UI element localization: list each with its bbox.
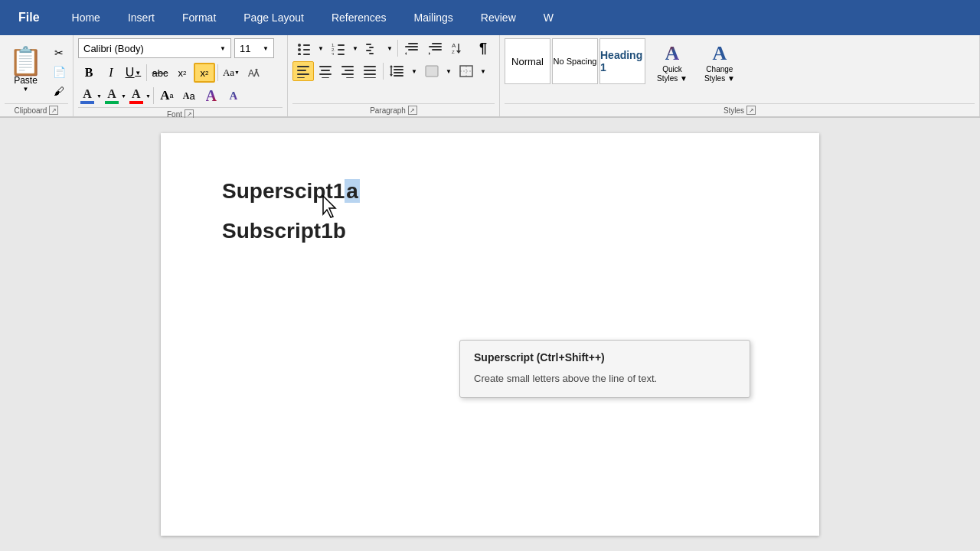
sort-button[interactable]: AZ <box>448 38 471 58</box>
sep-para1 <box>397 40 398 57</box>
numbered-list-button[interactable]: 1.2.3. <box>327 38 350 58</box>
multilevel-btn-group: ▼ <box>361 38 395 58</box>
styles-dialog-launcher[interactable]: ↗ <box>746 106 756 115</box>
copy-button[interactable]: 📄 <box>50 64 68 80</box>
quick-styles-button[interactable]: A QuickStyles ▼ <box>652 38 693 87</box>
menu-insert[interactable]: Insert <box>114 0 168 35</box>
svg-rect-37 <box>319 73 332 75</box>
clipboard-dialog-launcher[interactable]: ↗ <box>49 106 58 115</box>
justify-button[interactable] <box>359 61 381 81</box>
font-color-dropdown[interactable]: ▼ <box>96 93 102 99</box>
sep-para2 <box>383 63 384 80</box>
decrease-indent-button[interactable] <box>400 38 423 58</box>
sort-button-group: AZ <box>448 38 471 58</box>
format-painter-button[interactable]: 🖌 <box>50 83 68 99</box>
line-spacing-button[interactable] <box>386 61 409 81</box>
svg-rect-48 <box>394 69 403 70</box>
change-case-button[interactable]: Aa▼ <box>220 63 242 83</box>
paragraph-label: Paragraph ↗ <box>292 103 495 115</box>
document-area: Superscipt1a Subscript1b Superscript (Ct… <box>0 118 980 551</box>
cut-button[interactable]: ✂ <box>50 44 68 61</box>
menu-references[interactable]: References <box>318 0 400 35</box>
svg-rect-24 <box>429 46 442 47</box>
numbered-btn-group: 1.2.3. ▼ <box>327 38 361 58</box>
menu-format[interactable]: Format <box>168 0 230 35</box>
italic-button[interactable]: I <box>100 63 122 83</box>
svg-marker-52 <box>390 65 393 67</box>
multilevel-dropdown[interactable]: ▼ <box>384 38 395 58</box>
document-page[interactable]: Superscipt1a Subscript1b Superscript (Ct… <box>161 133 819 536</box>
paragraph-dialog-launcher[interactable]: ↗ <box>408 106 417 115</box>
bullets-button[interactable] <box>292 38 315 58</box>
clear-formatting-button[interactable]: A <box>243 63 264 83</box>
borders-button[interactable] <box>455 61 478 81</box>
font-label: Font ↗ <box>78 107 283 119</box>
subscript-button[interactable]: x2 <box>172 63 193 83</box>
multilevel-list-button[interactable] <box>361 38 384 58</box>
highlight-dropdown[interactable]: ▼ <box>121 93 126 99</box>
align-left-button[interactable] <box>292 61 314 81</box>
grow-font-button[interactable]: Aa <box>156 86 178 106</box>
svg-rect-23 <box>432 43 442 44</box>
quick-styles-area: Normal No Spacing Heading 1 <box>505 38 645 84</box>
bold-button[interactable]: B <box>78 63 100 83</box>
text-effect-dropdown[interactable]: ▼ <box>145 93 151 99</box>
font-family-selector[interactable]: Calibri (Body) ▼ <box>78 38 231 58</box>
clipboard-group: 📋 Paste ▼ ✂ 📄 🖌 Clipboard ↗ <box>0 35 74 116</box>
sep3 <box>153 87 154 104</box>
svg-text:Z: Z <box>452 50 455 54</box>
superscript-button[interactable]: x2 <box>194 63 215 83</box>
shrink-font-button[interactable]: Aa <box>178 86 200 106</box>
highlight-color-button[interactable]: A ▼ <box>103 87 126 104</box>
paste-button[interactable]: 📋 Paste ▼ <box>5 45 47 95</box>
svg-rect-42 <box>346 77 354 78</box>
menu-review[interactable]: Review <box>467 0 530 35</box>
subscript-text: Subscript1b <box>222 219 758 243</box>
paste-dropdown[interactable]: ▼ <box>23 86 29 93</box>
menu-more[interactable]: W <box>530 0 567 35</box>
text-small-a-button[interactable]: A <box>223 86 244 106</box>
underline-button[interactable]: U ▼ <box>122 63 144 83</box>
menu-mailings[interactable]: Mailings <box>400 0 467 35</box>
svg-rect-8 <box>303 54 310 55</box>
font-family-dropdown-arrow[interactable]: ▼ <box>220 45 226 52</box>
menu-file[interactable]: File <box>0 0 58 35</box>
change-styles-button[interactable]: A ChangeStyles ▼ <box>699 38 740 87</box>
borders-dropdown[interactable]: ▼ <box>478 61 488 81</box>
superscript-text-main: Superscipt1 <box>222 179 345 203</box>
paste-label: Paste <box>14 75 38 86</box>
font-size-selector[interactable]: 11 ▼ <box>234 38 274 58</box>
paragraph-group: ▼ 1.2.3. ▼ ▼ <box>288 35 500 116</box>
bullets-btn-group: ▼ <box>292 38 326 58</box>
numbered-dropdown[interactable]: ▼ <box>350 38 361 58</box>
menu-bar: File Home Insert Format Page Layout Refe… <box>0 0 980 35</box>
shading-dropdown[interactable]: ▼ <box>443 61 454 81</box>
superscript-text: Superscipt1a <box>222 179 758 204</box>
bullets-dropdown[interactable]: ▼ <box>315 38 326 58</box>
svg-rect-10 <box>338 44 345 46</box>
tooltip-description: Create small letters above the line of t… <box>474 371 736 386</box>
text-styles-button[interactable]: A <box>201 86 222 106</box>
styles-row: Normal No Spacing Heading 1 <box>505 38 645 84</box>
sep1 <box>146 64 147 81</box>
style-normal[interactable]: Normal <box>505 38 550 84</box>
ribbon: 📋 Paste ▼ ✂ 📄 🖌 Clipboard ↗ <box>0 35 980 118</box>
underline-dropdown[interactable]: ▼ <box>135 70 141 77</box>
text-effect-button[interactable]: A ▼ <box>127 87 151 104</box>
font-size-dropdown-arrow[interactable]: ▼ <box>263 45 269 52</box>
style-no-spacing[interactable]: No Spacing <box>552 38 598 84</box>
align-center-button[interactable] <box>315 61 336 81</box>
show-formatting-button[interactable]: ¶ <box>472 38 495 58</box>
align-right-button[interactable] <box>337 61 358 81</box>
quick-styles-icon: A <box>665 42 680 65</box>
menu-home[interactable]: Home <box>58 0 114 35</box>
line-spacing-dropdown[interactable]: ▼ <box>409 61 420 81</box>
increase-indent-button[interactable] <box>424 38 447 58</box>
strikethrough-button[interactable]: abc <box>149 63 171 83</box>
style-heading1[interactable]: Heading 1 <box>599 38 645 84</box>
svg-rect-35 <box>319 66 332 67</box>
font-color-button[interactable]: A ▼ <box>78 87 102 104</box>
shading-button[interactable] <box>420 61 443 81</box>
menu-page-layout[interactable]: Page Layout <box>230 0 318 35</box>
quick-styles-label: QuickStyles ▼ <box>657 65 688 83</box>
